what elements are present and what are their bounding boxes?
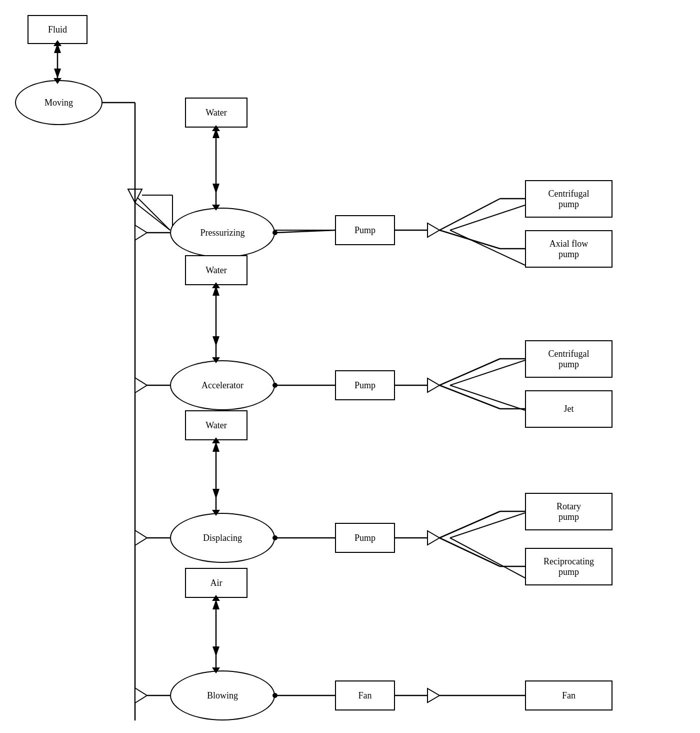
- svg-marker-48: [135, 225, 147, 240]
- svg-line-60: [440, 199, 500, 230]
- svg-line-20: [450, 513, 525, 538]
- svg-line-26: [135, 203, 170, 230]
- displacing-ellipse: Displacing: [170, 513, 275, 563]
- fan-box: Fan: [335, 680, 395, 710]
- pump2-box: Pump: [335, 370, 395, 400]
- svg-line-5: [135, 195, 170, 230]
- svg-marker-75: [428, 531, 440, 545]
- pressurizing-ellipse: Pressurizing: [170, 208, 275, 258]
- svg-marker-51: [135, 688, 147, 703]
- diagram: Fluid Moving Water Pressurizing Water Ac…: [0, 0, 700, 733]
- svg-line-57: [275, 230, 335, 233]
- fluid-box: Fluid: [28, 15, 88, 44]
- moving-ellipse: Moving: [15, 80, 102, 125]
- accelerator-ellipse: Accelerator: [170, 360, 275, 410]
- svg-line-78: [440, 538, 500, 566]
- axialflow-box: Axial flow pump: [525, 230, 612, 268]
- svg-line-13: [450, 230, 525, 265]
- svg-marker-25: [128, 189, 142, 203]
- svg-marker-59: [428, 223, 440, 237]
- pump3-box: Pump: [335, 523, 395, 553]
- centrifugal1-box: Centrifugal pump: [525, 180, 612, 218]
- svg-line-12: [450, 205, 525, 230]
- blowing-ellipse: Blowing: [170, 670, 275, 720]
- svg-line-68: [440, 359, 500, 385]
- svg-marker-49: [135, 378, 147, 393]
- svg-line-76: [440, 511, 500, 538]
- jet-box: Jet: [525, 390, 612, 428]
- svg-line-62: [440, 230, 500, 249]
- pump1-box: Pump: [335, 215, 395, 245]
- air-box: Air: [185, 568, 248, 598]
- water2-box: Water: [185, 255, 248, 285]
- fan-end-box: Fan: [525, 680, 612, 710]
- water3-box: Water: [185, 410, 248, 440]
- svg-line-16: [450, 360, 525, 385]
- svg-line-17: [450, 385, 525, 410]
- svg-marker-50: [135, 530, 147, 545]
- water1-box: Water: [185, 98, 248, 128]
- centrifugal2-box: Centrifugal pump: [525, 340, 612, 378]
- svg-line-21: [450, 538, 525, 578]
- svg-marker-83: [428, 688, 440, 702]
- rotary-box: Rotary pump: [525, 493, 612, 530]
- reciprocating-box: Reciprocating pump: [525, 548, 612, 585]
- svg-line-70: [440, 385, 500, 409]
- svg-marker-67: [428, 378, 440, 392]
